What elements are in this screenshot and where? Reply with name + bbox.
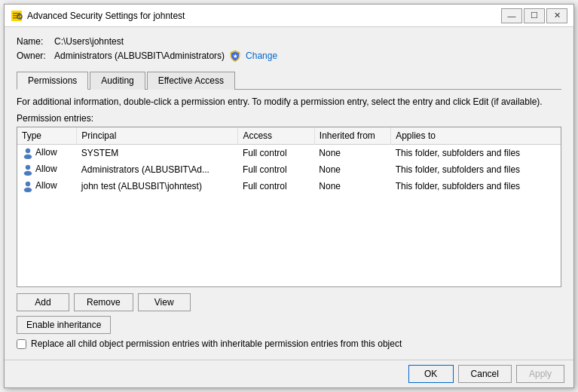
- inheritance-row: Enable inheritance: [17, 316, 561, 338]
- enable-inheritance-button[interactable]: Enable inheritance: [17, 316, 111, 334]
- col-header-type: Type: [17, 127, 77, 145]
- owner-row: Owner: Administrators (ALBUSBIT\Administ…: [17, 50, 561, 62]
- col-header-inherited: Inherited from: [314, 127, 390, 145]
- tab-effective-access[interactable]: Effective Access: [147, 72, 235, 90]
- cell-inherited-from: None: [314, 178, 390, 194]
- permissions-label: Permission entries:: [17, 113, 561, 124]
- maximize-button[interactable]: ☐: [524, 8, 545, 23]
- permissions-table: Type Principal Access Inherited from App…: [17, 127, 561, 194]
- cell-access: Full control: [238, 161, 314, 178]
- cell-access: Full control: [238, 144, 314, 161]
- user-icon: [22, 147, 34, 159]
- replace-checkbox[interactable]: [17, 339, 26, 349]
- change-link[interactable]: Change: [246, 51, 277, 61]
- bottom-bar: OK Cancel Apply: [5, 360, 573, 387]
- svg-rect-1: [13, 13, 20, 14]
- table-row[interactable]: Allow SYSTEM Full control None This fold…: [17, 144, 561, 161]
- window-controls: — ☐ ✕: [501, 8, 567, 23]
- table-body: Allow SYSTEM Full control None This fold…: [17, 144, 561, 194]
- owner-value: Administrators (ALBUSBIT\Administrators): [54, 51, 225, 61]
- name-row: Name: C:\Users\johntest: [17, 36, 561, 47]
- table-row[interactable]: Allow Administrators (ALBUSBIT\Ad... Ful…: [17, 161, 561, 178]
- svg-point-10: [26, 182, 30, 186]
- apply-button[interactable]: Apply: [516, 365, 564, 383]
- cancel-button[interactable]: Cancel: [458, 365, 512, 383]
- ok-button[interactable]: OK: [408, 365, 454, 383]
- svg-point-6: [26, 149, 30, 153]
- user-icon: [22, 164, 34, 176]
- replace-checkbox-row: Replace all child object permission entr…: [17, 338, 561, 349]
- cell-principal: SYSTEM: [77, 144, 238, 161]
- minimize-button[interactable]: —: [501, 8, 522, 23]
- shield-icon: ★: [229, 50, 241, 62]
- cell-principal: john test (ALBUSBIT\johntest): [77, 178, 238, 194]
- window-icon: [11, 10, 23, 22]
- remove-button[interactable]: Remove: [74, 293, 133, 311]
- add-button[interactable]: Add: [17, 293, 69, 311]
- cell-type: Allow: [17, 161, 77, 178]
- cell-access: Full control: [238, 178, 314, 194]
- col-header-access: Access: [238, 127, 314, 145]
- cell-inherited-from: None: [314, 161, 390, 178]
- permissions-table-container: Type Principal Access Inherited from App…: [17, 127, 561, 287]
- main-window: Advanced Security Settings for johntest …: [4, 4, 574, 388]
- user-icon: [22, 180, 34, 192]
- replace-checkbox-label: Replace all child object permission entr…: [31, 338, 402, 349]
- title-bar: Advanced Security Settings for johntest …: [5, 5, 573, 27]
- tab-auditing[interactable]: Auditing: [90, 72, 145, 90]
- col-header-applies: Applies to: [391, 127, 561, 145]
- svg-rect-2: [13, 15, 20, 17]
- cell-type: Allow: [17, 144, 77, 161]
- table-header-row: Type Principal Access Inherited from App…: [17, 127, 561, 145]
- tab-permissions[interactable]: Permissions: [17, 72, 88, 90]
- col-header-principal: Principal: [77, 127, 238, 145]
- description-text: For additional information, double-click…: [17, 96, 561, 109]
- table-row[interactable]: Allow john test (ALBUSBIT\johntest) Full…: [17, 178, 561, 194]
- window-title: Advanced Security Settings for johntest: [27, 11, 501, 21]
- cell-applies-to: This folder, subfolders and files: [391, 144, 561, 161]
- cell-applies-to: This folder, subfolders and files: [391, 178, 561, 194]
- close-button[interactable]: ✕: [546, 8, 567, 23]
- action-buttons: Add Remove View: [17, 293, 561, 311]
- cell-principal: Administrators (ALBUSBIT\Ad...: [77, 161, 238, 178]
- owner-label: Owner:: [17, 51, 54, 61]
- cell-inherited-from: None: [314, 144, 390, 161]
- content-area: Name: C:\Users\johntest Owner: Administr…: [5, 27, 573, 360]
- svg-rect-3: [13, 17, 17, 19]
- svg-point-11: [24, 188, 32, 192]
- name-value: C:\Users\johntest: [54, 36, 124, 47]
- view-button[interactable]: View: [138, 293, 191, 311]
- cell-applies-to: This folder, subfolders and files: [391, 161, 561, 178]
- svg-text:★: ★: [233, 54, 238, 59]
- svg-point-9: [24, 171, 32, 176]
- svg-point-7: [24, 155, 32, 159]
- tabs-bar: Permissions Auditing Effective Access: [17, 71, 561, 90]
- cell-type: Allow: [17, 178, 77, 194]
- svg-point-8: [26, 165, 30, 170]
- name-label: Name:: [17, 36, 54, 47]
